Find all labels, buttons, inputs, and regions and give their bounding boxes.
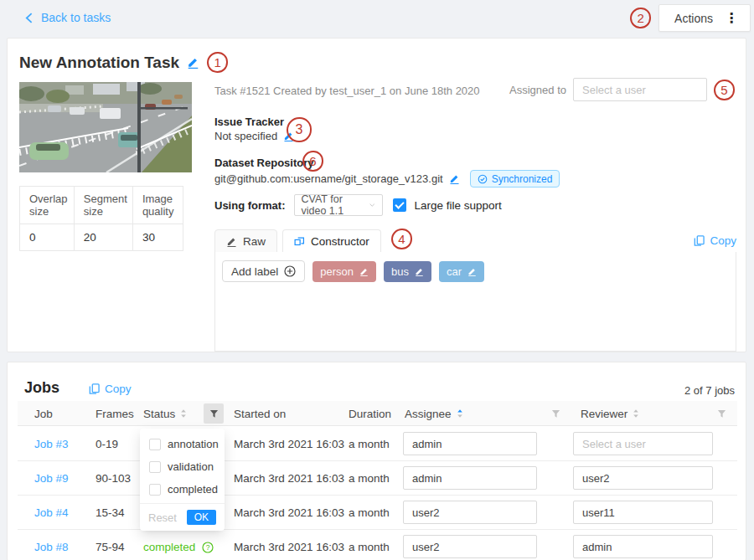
assigned-to-label: Assigned to bbox=[509, 84, 566, 96]
edit-label-icon[interactable] bbox=[415, 267, 424, 276]
job-row: Job #8 75-94 completed ? March 3rd 2021 … bbox=[18, 530, 737, 560]
param-header-overlap: Overlap size bbox=[20, 187, 75, 224]
job-link[interactable]: Job #4 bbox=[34, 506, 69, 519]
frames-cell: 0-19 bbox=[96, 427, 118, 461]
sort-icon[interactable] bbox=[180, 408, 187, 419]
jobs-card: Jobs Copy 2 of 7 jobs Job Frames Status … bbox=[7, 362, 746, 560]
job-link[interactable]: Job #9 bbox=[34, 472, 69, 485]
tab-constructor[interactable]: Constructor bbox=[282, 229, 381, 253]
callout-1: 1 bbox=[207, 52, 228, 73]
cvat-task-page: Back to tasks 2 Actions ⋮ New Annotation… bbox=[0, 0, 754, 560]
col-assignee[interactable]: Assignee bbox=[405, 401, 463, 426]
format-select[interactable]: CVAT for video 1.1 bbox=[294, 194, 383, 216]
filter-reset-button[interactable]: Reset bbox=[148, 511, 177, 524]
sort-icon[interactable] bbox=[633, 408, 639, 419]
jobs-count: 2 of 7 jobs bbox=[684, 384, 735, 397]
assigned-to-block: Assigned to 5 bbox=[509, 78, 735, 101]
reviewer-input[interactable] bbox=[573, 535, 713, 558]
assignee-input[interactable] bbox=[403, 535, 537, 558]
copy-icon bbox=[89, 383, 100, 394]
repository-url: git@github.com:username/git_storage_v123… bbox=[214, 172, 443, 185]
sort-icon-ascending[interactable] bbox=[457, 408, 463, 419]
filter-option-label: completed bbox=[168, 483, 218, 496]
param-header-quality: Image quality bbox=[132, 187, 183, 224]
task-preview-image bbox=[19, 82, 192, 172]
edit-title-icon[interactable] bbox=[187, 56, 199, 69]
edit-label-icon[interactable] bbox=[359, 267, 369, 276]
job-row: Job #4 15-34 March 3rd 2021 16:03 a mont… bbox=[18, 496, 737, 530]
labels-row: Add label person bus car bbox=[222, 260, 484, 282]
duration-cell: a month bbox=[349, 496, 390, 530]
status-filter-button[interactable] bbox=[204, 403, 224, 424]
jobs-copy-button[interactable]: Copy bbox=[89, 383, 132, 395]
filter-funnel-icon bbox=[209, 409, 219, 419]
label-tag-person[interactable]: person bbox=[312, 261, 376, 282]
col-status[interactable]: Status bbox=[143, 401, 187, 426]
sync-status-label: Synchronized bbox=[492, 173, 553, 185]
assignee-input[interactable] bbox=[403, 432, 537, 455]
assignee-filter-button[interactable] bbox=[545, 403, 566, 424]
filter-option-completed[interactable]: completed bbox=[140, 478, 225, 501]
params-value-row: 0 20 30 bbox=[20, 224, 183, 251]
assigned-to-input[interactable] bbox=[573, 78, 707, 101]
filter-option-annotation[interactable]: annotation bbox=[140, 433, 225, 455]
status-filter-dropdown: annotation validation completed Reset OK bbox=[140, 429, 225, 531]
edit-label-icon[interactable] bbox=[467, 267, 477, 276]
task-details-card: New Annotation Task 1 bbox=[7, 38, 746, 352]
large-file-checkbox[interactable] bbox=[393, 198, 406, 212]
callout-3: 3 bbox=[287, 117, 312, 142]
params-header-row: Overlap size Segment size Image quality bbox=[20, 187, 183, 224]
annotation-checkbox[interactable] bbox=[149, 439, 161, 450]
duration-cell: a month bbox=[349, 530, 390, 560]
col-reviewer[interactable]: Reviewer bbox=[581, 401, 639, 426]
actions-button[interactable]: Actions ⋮ bbox=[658, 4, 751, 32]
label-tag-car[interactable]: car bbox=[439, 261, 484, 282]
actions-label: Actions bbox=[674, 12, 713, 25]
callout-5: 5 bbox=[714, 80, 735, 100]
task-title-row: New Annotation Task 1 bbox=[19, 52, 228, 73]
task-meta: Task #1521 Created by test_user_1 on Jun… bbox=[214, 85, 480, 97]
tab-raw[interactable]: Raw bbox=[214, 229, 277, 253]
status-completed-label: completed bbox=[143, 541, 195, 553]
task-title: New Annotation Task bbox=[19, 54, 179, 72]
validation-checkbox[interactable] bbox=[149, 461, 161, 473]
assignee-input[interactable] bbox=[403, 501, 537, 524]
reviewer-input[interactable] bbox=[573, 466, 713, 490]
kebab-menu-icon: ⋮ bbox=[725, 10, 738, 26]
filter-option-validation[interactable]: validation bbox=[140, 455, 225, 478]
back-to-tasks-link[interactable]: Back to tasks bbox=[25, 11, 111, 24]
col-duration: Duration bbox=[349, 401, 391, 426]
tab-raw-label: Raw bbox=[243, 235, 266, 248]
completed-checkbox[interactable] bbox=[149, 484, 161, 496]
started-cell: March 3rd 2021 16:03 bbox=[234, 427, 344, 461]
filter-ok-button[interactable]: OK bbox=[187, 510, 216, 525]
started-cell: March 3rd 2021 16:03 bbox=[234, 496, 344, 530]
edit-repository-icon[interactable] bbox=[449, 173, 460, 184]
topbar-right: 2 Actions ⋮ bbox=[630, 4, 751, 32]
label-tag-car-name: car bbox=[447, 265, 462, 278]
reviewer-input[interactable] bbox=[573, 501, 713, 524]
question-circle-icon[interactable]: ? bbox=[202, 542, 214, 553]
add-label-button[interactable]: Add label bbox=[222, 260, 305, 282]
col-frames: Frames bbox=[96, 401, 134, 426]
assignee-input[interactable] bbox=[403, 466, 537, 490]
param-header-segment: Segment size bbox=[74, 187, 132, 224]
job-link[interactable]: Job #8 bbox=[34, 541, 69, 553]
labels-copy-button[interactable]: Copy bbox=[694, 234, 736, 247]
reviewer-input[interactable] bbox=[573, 432, 713, 455]
reviewer-filter-button[interactable] bbox=[711, 403, 731, 424]
copy-icon bbox=[694, 235, 705, 246]
callout-6: 6 bbox=[302, 151, 323, 172]
dataset-repository-label: Dataset Repository bbox=[214, 157, 313, 169]
col-started: Started on bbox=[234, 401, 286, 426]
frames-cell: 75-94 bbox=[96, 530, 125, 560]
back-chevron-icon bbox=[25, 13, 33, 23]
duration-cell: a month bbox=[349, 461, 390, 496]
label-tag-bus[interactable]: bus bbox=[384, 261, 431, 282]
frames-cell: 15-34 bbox=[96, 496, 125, 530]
callout-2: 2 bbox=[630, 8, 651, 28]
large-file-label: Large file support bbox=[415, 199, 502, 212]
job-link[interactable]: Job #3 bbox=[34, 438, 69, 450]
col-status-label: Status bbox=[143, 408, 175, 420]
started-cell: March 3rd 2021 16:03 bbox=[234, 461, 344, 496]
